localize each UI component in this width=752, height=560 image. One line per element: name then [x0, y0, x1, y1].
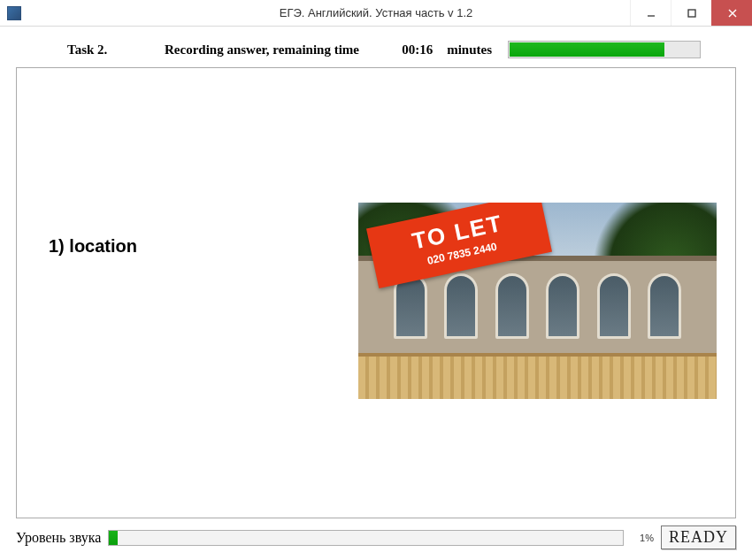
window-decoration	[495, 273, 529, 339]
sound-level-fill	[109, 531, 117, 545]
close-button[interactable]	[711, 0, 752, 26]
footer-bar: Уровень звука 1% READY	[16, 525, 736, 549]
task-label: Task 2.	[67, 42, 156, 58]
window-decoration	[546, 273, 579, 339]
sound-level-meter	[108, 530, 624, 546]
window-controls	[630, 0, 752, 26]
window-decoration	[648, 273, 681, 339]
time-progress-fill	[510, 42, 664, 57]
status-text: Recording answer, remaining time	[165, 42, 359, 58]
time-unit: minutes	[447, 42, 492, 58]
sound-level-label: Уровень звука	[16, 530, 101, 546]
remaining-time: 00:16	[385, 42, 433, 58]
window-decoration	[597, 273, 631, 339]
status-bar: Task 2. Recording answer, remaining time…	[16, 35, 736, 67]
ready-button[interactable]: READY	[661, 525, 736, 549]
window-decoration	[444, 273, 478, 339]
stimulus-image: TO LET 020 7835 2440	[358, 203, 717, 399]
svg-rect-1	[688, 10, 695, 17]
time-progress	[508, 41, 701, 58]
minimize-button[interactable]	[630, 0, 671, 26]
content-panel: 1) location TO LET 020 7835 2440	[16, 67, 736, 518]
sound-level-percent: 1%	[631, 533, 654, 543]
question-prompt: 1) location	[49, 236, 137, 257]
client-area: Task 2. Recording answer, remaining time…	[0, 27, 752, 560]
maximize-button[interactable]	[671, 0, 711, 26]
fence-decoration	[358, 353, 717, 399]
window-titlebar: ЕГЭ. Английский. Устная часть v 1.2	[0, 0, 752, 27]
app-icon	[7, 6, 21, 20]
